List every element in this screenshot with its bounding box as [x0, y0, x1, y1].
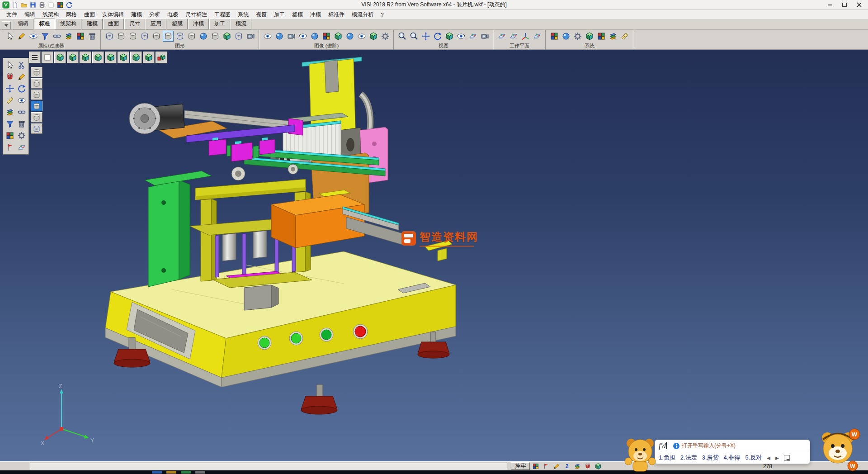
- menu-item-die[interactable]: 冲模: [307, 10, 325, 19]
- menu-item-electrode[interactable]: 电极: [164, 10, 182, 19]
- ime-menu-icon[interactable]: [784, 455, 790, 461]
- open-file-icon[interactable]: [20, 1, 28, 9]
- wireframe-cylinder-icon[interactable]: [139, 31, 150, 42]
- view-dimetric-cube-button[interactable]: [143, 52, 155, 63]
- camera-icon[interactable]: [286, 31, 297, 42]
- color-tool-icon[interactable]: [5, 130, 15, 141]
- view-left-cube-button[interactable]: [92, 52, 104, 63]
- display-mode-6-button[interactable]: [31, 123, 42, 134]
- tab-edit[interactable]: 编辑: [13, 19, 33, 29]
- iso-view-icon[interactable]: [444, 31, 455, 42]
- material-grid-icon[interactable]: [321, 31, 332, 42]
- trim-scissors-icon[interactable]: [16, 60, 27, 71]
- menu-item-solid-edit[interactable]: 实体编辑: [99, 10, 127, 19]
- shaded-edges-cylinder-icon[interactable]: [163, 31, 174, 42]
- shaded-cylinder-icon[interactable]: [210, 31, 221, 42]
- maximize-button[interactable]: [837, 1, 852, 9]
- tab-application[interactable]: 应用: [146, 19, 166, 29]
- display-mode-2-button[interactable]: [31, 78, 42, 89]
- workplane-grid-icon[interactable]: [532, 31, 542, 42]
- workplane-icon[interactable]: [496, 31, 507, 42]
- visibility-eye-icon[interactable]: [28, 31, 39, 42]
- viewport-canvas[interactable]: 智造资料网 Z X Y: [0, 50, 868, 461]
- rotate-view-icon[interactable]: [432, 31, 443, 42]
- new-file-icon[interactable]: [11, 1, 19, 9]
- menu-item-surface[interactable]: 曲面: [80, 10, 99, 19]
- menu-item-machining[interactable]: 加工: [270, 10, 288, 19]
- view-menu-button[interactable]: [29, 52, 41, 63]
- taskbar-app-icon[interactable]: [166, 471, 176, 474]
- ime-candidate-1[interactable]: 1.负担: [659, 454, 675, 462]
- taskbar-app-icon[interactable]: [195, 471, 205, 474]
- render-eye-icon[interactable]: [356, 31, 367, 42]
- view-eye-icon[interactable]: [456, 31, 467, 42]
- menu-item-drawing[interactable]: 工程图: [211, 10, 234, 19]
- menu-item-mesh[interactable]: 网格: [62, 10, 80, 19]
- status-layers-icon[interactable]: [573, 462, 582, 470]
- filter-tool-icon[interactable]: [5, 118, 15, 129]
- system-measure-icon[interactable]: [619, 31, 630, 42]
- tab-flow[interactable]: 模流: [231, 19, 251, 29]
- menu-item-file[interactable]: 文件: [3, 10, 21, 19]
- window-icon[interactable]: [47, 1, 55, 9]
- view-camera-icon[interactable]: [479, 31, 490, 42]
- color-grid-icon[interactable]: [75, 31, 86, 42]
- status-flag-icon[interactable]: [542, 462, 551, 470]
- cube-display-icon[interactable]: [222, 31, 232, 42]
- display-mode-4-button[interactable]: [31, 101, 42, 111]
- grid-icon[interactable]: [56, 1, 64, 9]
- taskbar-app-icon[interactable]: [152, 471, 162, 474]
- ime-candidate-2[interactable]: 2.法定: [680, 454, 697, 462]
- filter-icon[interactable]: [40, 31, 51, 42]
- wireframe-cylinder-icon[interactable]: [104, 31, 115, 42]
- move-tool-icon[interactable]: [5, 83, 15, 94]
- menu-item-system[interactable]: 系统: [234, 10, 252, 19]
- tab-standard[interactable]: 标准: [34, 19, 55, 29]
- refresh-icon[interactable]: [65, 1, 73, 9]
- shaded-cylinder-icon[interactable]: [186, 31, 197, 42]
- menu-item-help[interactable]: ?: [377, 11, 387, 19]
- shaded-cylinder-icon[interactable]: [151, 31, 162, 42]
- lock-button[interactable]: 拴牢: [511, 462, 530, 470]
- ime-next-icon[interactable]: ▶: [775, 455, 779, 460]
- view-back-cube-button[interactable]: [80, 52, 91, 63]
- print-icon[interactable]: [38, 1, 46, 9]
- menu-item-flow-analysis[interactable]: 模流分析: [348, 10, 377, 19]
- camera-view-icon[interactable]: [245, 31, 256, 42]
- desktop-pet-right[interactable]: W W: [816, 427, 862, 472]
- render-settings-icon[interactable]: [380, 31, 391, 42]
- tab-dimension[interactable]: 尺寸: [124, 19, 145, 29]
- menu-item-dimension[interactable]: 尺寸标注: [182, 10, 211, 19]
- tab-modeling[interactable]: 建模: [82, 19, 103, 29]
- sphere-render-icon[interactable]: [198, 31, 209, 42]
- sketch-pencil-icon[interactable]: [16, 71, 27, 82]
- menu-item-window[interactable]: 视窗: [252, 10, 270, 19]
- taskbar-app-icon[interactable]: [181, 471, 191, 474]
- ime-prev-icon[interactable]: ◀: [767, 455, 770, 460]
- ime-candidate-4[interactable]: 4.非得: [724, 454, 741, 462]
- delete-icon[interactable]: [87, 31, 98, 42]
- view-blank-button[interactable]: [42, 52, 53, 63]
- cube-render-icon[interactable]: [368, 31, 379, 42]
- system-cube-icon[interactable]: [584, 31, 595, 42]
- view-plane-icon[interactable]: [467, 31, 478, 42]
- layers-icon[interactable]: [63, 31, 74, 42]
- zoom-window-icon[interactable]: [409, 31, 420, 42]
- layers-tool-icon[interactable]: [5, 107, 15, 118]
- status-pencil-icon[interactable]: [552, 462, 561, 470]
- menu-item-modeling[interactable]: 建模: [127, 10, 146, 19]
- plane-tool-icon[interactable]: [16, 142, 27, 153]
- view-axis-toggle-button[interactable]: [156, 52, 167, 63]
- view-right-cube-button[interactable]: [105, 52, 117, 63]
- workplane-align-icon[interactable]: [508, 31, 519, 42]
- link-tool-icon[interactable]: [16, 107, 27, 118]
- status-magnet-icon[interactable]: [583, 462, 592, 470]
- view-top-cube-button[interactable]: [118, 52, 129, 63]
- shaded-cylinder-icon[interactable]: [127, 31, 138, 42]
- menu-item-wireframe[interactable]: 线架构: [39, 10, 62, 19]
- system-palette-icon[interactable]: [596, 31, 607, 42]
- view-iso-cube-button[interactable]: [54, 52, 66, 63]
- tab-dropdown-button[interactable]: [2, 21, 11, 29]
- desktop-pet-left[interactable]: [623, 433, 657, 472]
- system-layers-icon[interactable]: [608, 31, 618, 42]
